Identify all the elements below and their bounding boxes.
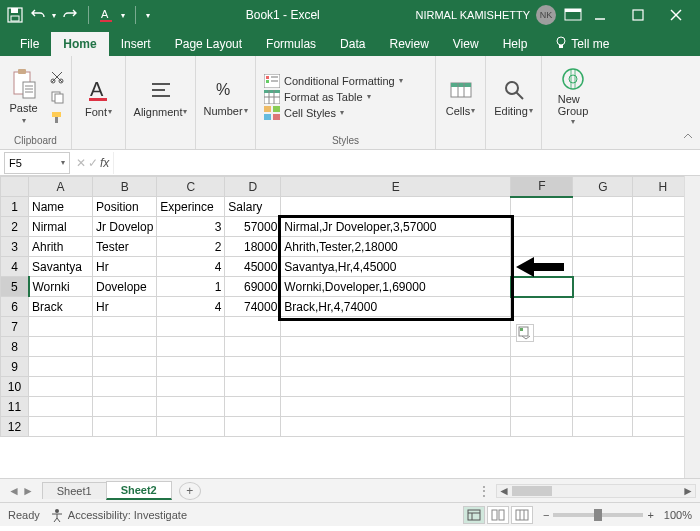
hscroll-thumb[interactable] [512,486,552,496]
row-header-5[interactable]: 5 [1,277,29,297]
font-button[interactable]: A Font▾ [81,74,117,120]
tab-formulas[interactable]: Formulas [254,32,328,56]
tab-tell-me[interactable]: Tell me [543,32,621,56]
cell-B4[interactable]: Hr [93,257,157,277]
row-header-12[interactable]: 12 [1,417,29,437]
tab-help[interactable]: Help [491,32,540,56]
cell-B1[interactable]: Position [93,197,157,217]
cell-E4[interactable]: Savantya,Hr,4,45000 [281,257,511,277]
cell-E6[interactable]: Brack,Hr,4,74000 [281,297,511,317]
row-header-11[interactable]: 11 [1,397,29,417]
row-header-1[interactable]: 1 [1,197,29,217]
tab-insert[interactable]: Insert [109,32,163,56]
tab-view[interactable]: View [441,32,491,56]
font-color-dropdown-icon[interactable]: ▾ [121,11,125,20]
tab-review[interactable]: Review [377,32,440,56]
alignment-button[interactable]: Alignment▾ [130,74,192,120]
cell-C1[interactable]: Experince [157,197,225,217]
cut-icon[interactable] [48,68,66,86]
zoom-out-button[interactable]: − [543,509,549,521]
cell-C4[interactable]: 4 [157,257,225,277]
undo-icon[interactable] [30,7,46,23]
view-page-layout-button[interactable] [487,506,509,524]
cells-button[interactable]: Cells▾ [442,75,479,119]
collapse-ribbon-icon[interactable] [682,130,694,145]
tab-data[interactable]: Data [328,32,377,56]
enter-formula-icon[interactable]: ✓ [88,156,98,170]
accessibility-status[interactable]: Accessibility: Investigate [50,508,187,522]
conditional-formatting-button[interactable]: Conditional Formatting▾ [264,74,403,88]
format-painter-icon[interactable] [48,108,66,126]
cell-B3[interactable]: Tester [93,237,157,257]
row-header-10[interactable]: 10 [1,377,29,397]
close-button[interactable] [658,0,694,30]
cell-C6[interactable]: 4 [157,297,225,317]
add-sheet-button[interactable]: + [179,482,201,500]
cancel-formula-icon[interactable]: ✕ [76,156,86,170]
zoom-slider[interactable] [553,513,643,517]
cell-E5[interactable]: Wornki,Doveloper,1,69000 [281,277,511,297]
cell-A6[interactable]: Brack [29,297,93,317]
row-header-7[interactable]: 7 [1,317,29,337]
col-header-A[interactable]: A [29,177,93,197]
sheet-tab-sheet1[interactable]: Sheet1 [42,482,107,499]
cell-D2[interactable]: 57000 [225,217,281,237]
cell-E3[interactable]: Ahrith,Tester,2,18000 [281,237,511,257]
cell-B5[interactable]: Dovelope [93,277,157,297]
hscroll-right-icon[interactable]: ► [681,485,695,497]
sheet-nav-next-icon[interactable]: ► [22,484,34,498]
paste-dropdown-icon[interactable]: ▾ [22,116,26,125]
select-all-corner[interactable] [1,177,29,197]
cell-styles-button[interactable]: Cell Styles▾ [264,106,403,120]
row-header-8[interactable]: 8 [1,337,29,357]
sheet-tab-sheet2[interactable]: Sheet2 [106,481,172,500]
font-color-icon[interactable]: A [99,7,115,23]
cell-A1[interactable]: Name [29,197,93,217]
cell-B6[interactable]: Hr [93,297,157,317]
view-normal-button[interactable] [463,506,485,524]
cell-F6[interactable] [511,297,573,317]
row-header-3[interactable]: 3 [1,237,29,257]
autosave-icon[interactable] [6,6,24,24]
row-header-6[interactable]: 6 [1,297,29,317]
hscroll-left-icon[interactable]: ◄ [497,485,511,497]
col-header-E[interactable]: E [281,177,511,197]
cell-B2[interactable]: Jr Dovelop [93,217,157,237]
cell-E2[interactable]: Nirmal,Jr Doveloper,3,57000 [281,217,511,237]
paste-button[interactable]: Paste ▾ [5,66,41,127]
cell-F3[interactable] [511,237,573,257]
view-page-break-button[interactable] [511,506,533,524]
new-group-button[interactable]: NewGroup▾ [554,64,593,128]
cell-C3[interactable]: 2 [157,237,225,257]
cell-D3[interactable]: 18000 [225,237,281,257]
cell-D6[interactable]: 74000 [225,297,281,317]
redo-icon[interactable] [62,7,78,23]
maximize-button[interactable] [620,0,656,30]
cell-E1[interactable] [281,197,511,217]
cell-C2[interactable]: 3 [157,217,225,237]
user-avatar[interactable]: NK [536,5,556,25]
cell-D5[interactable]: 69000 [225,277,281,297]
cell-G1[interactable] [573,197,633,217]
row-header-4[interactable]: 4 [1,257,29,277]
formula-input[interactable] [113,152,700,174]
cell-C5[interactable]: 1 [157,277,225,297]
cell-F1[interactable] [511,197,573,217]
col-header-F[interactable]: F [511,177,573,197]
cell-F5[interactable] [511,277,573,297]
cell-A3[interactable]: Ahrith [29,237,93,257]
format-as-table-button[interactable]: Format as Table▾ [264,90,403,104]
zoom-in-button[interactable]: + [647,509,653,521]
tab-home[interactable]: Home [51,32,108,56]
cell-A5[interactable]: Wornki [29,277,93,297]
cell-A4[interactable]: Savantya [29,257,93,277]
vertical-scrollbar[interactable] [684,176,700,478]
undo-dropdown-icon[interactable]: ▾ [52,11,56,20]
number-button[interactable]: % Number▾ [199,75,251,119]
col-header-B[interactable]: B [93,177,157,197]
col-header-C[interactable]: C [157,177,225,197]
cell-F4[interactable] [511,257,573,277]
cell-G6[interactable] [573,297,633,317]
ribbon-display-icon[interactable] [564,8,582,22]
cell-D4[interactable]: 45000 [225,257,281,277]
